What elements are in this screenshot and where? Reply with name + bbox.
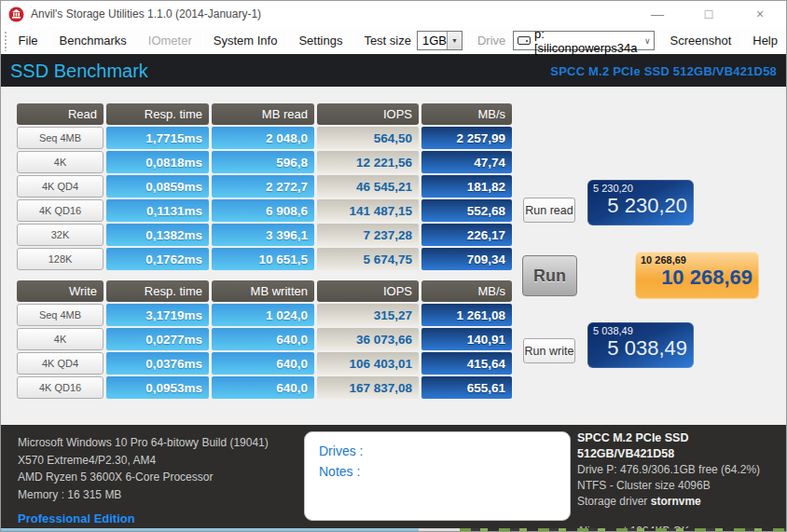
write-iops-cell: 315,27 [317,304,419,326]
read-row-label[interactable]: 4K QD4 [17,175,104,198]
read-row-label[interactable]: 4K [17,151,104,173]
write-row-label[interactable]: Seq 4MB [17,304,104,326]
read-iops-cell: 564,50 [317,127,419,149]
cpu-line: AMD Ryzen 5 3600X 6-Core Processor [18,469,269,486]
chevron-down-icon[interactable]: ▼ [447,32,462,49]
drive-model: SPCC M.2 PCIe SSD 512GB/VB421D58 [577,430,786,462]
mb-written-header: MB written [212,280,314,302]
menu-separator [352,32,353,50]
minimize-button[interactable]: — [639,7,676,21]
write-mb-cell: 640,0 [212,376,314,399]
write-row-label[interactable]: 4K QD4 [17,352,104,375]
page-header: SSD Benchmark SPCC M.2 PCIe SSD 512GB/VB… [1,55,786,87]
menubar: File Benchmarks IOmeter System Info Sett… [1,27,786,55]
read-mb-cell: 2 272,7 [212,175,314,198]
write-row-label[interactable]: 4K QD16 [17,376,104,399]
read-mbs-cell: 2 257,99 [421,127,512,149]
write-iops-cell: 167 837,08 [317,376,419,399]
edition-link[interactable]: Professional Edition [18,512,269,525]
read-score-box: 5 230,20 5 230,20 [587,180,694,225]
read-resp-cell: 1,7715ms [106,127,209,149]
write-mb-cell: 1 024,0 [212,304,314,326]
memory-line: Memory : 16 315 MB [18,486,269,504]
window-title: Anvil's Storage Utilities 1.1.0 (2014-Ja… [31,7,261,20]
read-row-label[interactable]: Seq 4MB [17,127,104,149]
write-mbs-cell: 140,91 [421,328,512,350]
drive-capacity: Drive P: 476.9/306.1GB free (64.2%) [577,462,786,478]
window-controls: — □ × [639,1,779,27]
write-resp-cell: 0,0376ms [106,352,209,375]
write-header: Write [17,280,104,302]
write-mbs-cell: 1 261,08 [421,304,512,326]
sliver-segment [460,528,786,532]
motherboard-line: X570 Extreme4/P2.30, AM4 [18,452,269,470]
write-mbs-cell: 655,61 [421,376,512,399]
read-mb-cell: 2 048,0 [212,127,314,149]
test-size-label: Test size [355,34,417,48]
test-size-value: 1GB [422,34,447,48]
mbs-header: MB/s [421,103,512,125]
read-row-label[interactable]: 128K [17,248,104,270]
read-table: Read Resp. time MB read IOPS MB/s Seq 4M… [17,103,512,270]
close-button[interactable]: × [741,7,779,21]
run-read-button[interactable]: Run read [523,198,575,223]
read-resp-cell: 0,0818ms [106,151,209,173]
menu-help[interactable]: Help [744,34,786,48]
background-window-sliver [1,528,786,532]
menu-benchmarks[interactable]: Benchmarks [51,34,135,48]
menu-separator [658,32,659,50]
menu-settings[interactable]: Settings [290,34,351,48]
menu-system-info[interactable]: System Info [205,34,286,48]
test-size-select[interactable]: 1GB ▼ [417,31,463,50]
maximize-button[interactable]: □ [690,7,727,21]
device-name: SPCC M.2 PCIe SSD 512GB/VB421D58 [550,64,777,78]
menu-screenshot[interactable]: Screenshot [661,34,739,48]
write-iops-cell: 106 403,01 [317,352,419,375]
run-write-button[interactable]: Run write [523,338,575,363]
read-mb-cell: 3 396,1 [212,224,314,246]
read-iops-cell: 12 221,56 [317,151,419,173]
write-iops-cell: 36 073,66 [317,328,419,350]
read-mbs-cell: 181,82 [421,175,512,198]
titlebar: Anvil's Storage Utilities 1.1.0 (2014-Ja… [1,1,786,27]
iops-header: IOPS [317,103,419,125]
write-resp-cell: 3,1719ms [106,304,209,326]
drive-value: p: [siliconpowerps34a [534,27,639,55]
drives-label: Drives : [319,441,570,461]
drive-info-panel: SPCC M.2 PCIe SSD 512GB/VB421D58 Drive P… [577,430,786,532]
run-button[interactable]: Run [522,255,577,296]
menu-separator [466,32,467,50]
sliver-segment [419,528,460,532]
resp-time-header: Resp. time [106,280,209,302]
driver-value: stornvme [651,495,701,508]
menu-iometer[interactable]: IOmeter [140,34,200,48]
menu-separator [287,32,288,50]
write-row-label[interactable]: 4K [17,328,104,350]
write-score-small: 5 038,49 [593,325,687,336]
read-row-label[interactable]: 32K [17,224,104,246]
drive-select[interactable]: p: [siliconpowerps34a ∨ [513,31,655,50]
menu-separator [137,32,138,50]
resp-time-header: Resp. time [106,103,209,125]
write-table: Write Resp. time MB written IOPS MB/s Se… [17,280,512,399]
read-iops-cell: 46 545,21 [317,175,419,198]
sliver-segment [1,528,419,532]
footer: Microsoft Windows 10 Pro 64-bitowy Build… [1,425,786,528]
write-mbs-cell: 415,64 [421,352,512,375]
read-row-label[interactable]: 4K QD16 [17,199,104,222]
system-info: Microsoft Windows 10 Pro 64-bitowy Build… [18,434,269,525]
menu-file[interactable]: File [10,34,47,48]
write-resp-cell: 0,0277ms [106,328,209,350]
mbs-header: MB/s [421,280,512,302]
os-line: Microsoft Windows 10 Pro 64-bitowy Build… [18,434,269,452]
toolbar-grip [4,31,7,51]
page-title: SSD Benchmark [10,61,148,82]
drive-icon [518,36,531,45]
write-score-large: 5 038,49 [593,336,687,361]
read-iops-cell: 7 237,28 [317,224,419,246]
write-resp-cell: 0,0953ms [106,376,209,399]
iops-header: IOPS [317,280,419,302]
drive-driver: Storage driver stornvme [577,494,786,510]
drives-notes-box[interactable]: Drives : Notes : [304,431,571,521]
menu-separator [741,32,742,50]
